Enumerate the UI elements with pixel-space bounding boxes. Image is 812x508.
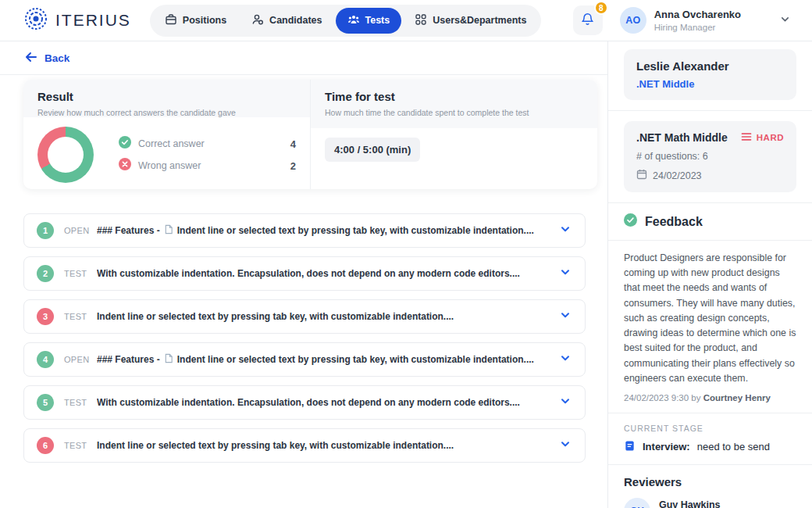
document-icon: [164, 224, 173, 237]
divider: [608, 110, 812, 111]
chevron-down-icon[interactable]: [560, 309, 571, 324]
divider: [608, 464, 812, 465]
nav-item-tests[interactable]: Tests: [336, 8, 402, 34]
back-row: Back: [0, 41, 607, 75]
logo-icon: [23, 6, 48, 34]
document-icon: [164, 353, 173, 366]
app-header: ITERIUS Positions Candidates: [0, 0, 812, 41]
feedback-header: Feedback: [624, 213, 796, 230]
question-row[interactable]: 2 TEST With customizable indentation. En…: [23, 256, 586, 291]
feedback-title: Feedback: [645, 215, 703, 229]
time-title: Time for test: [325, 90, 583, 103]
nav-item-users-departments[interactable]: Users&Departments: [403, 8, 538, 34]
question-row[interactable]: 3 TEST Indent line or selected text by p…: [23, 299, 586, 334]
question-text: With customizable indentation. Encapsula…: [97, 397, 520, 408]
candidate-position-link[interactable]: .NET Middle: [636, 78, 784, 90]
nav-item-candidates[interactable]: Candidates: [240, 8, 333, 34]
candidate-card: Leslie Alexander .NET Middle: [624, 49, 796, 100]
summary-card: Result Review how much correct answers t…: [23, 80, 597, 189]
chevron-down-icon[interactable]: [560, 438, 571, 453]
question-number-badge: 2: [37, 265, 54, 282]
brand-name: ITERIUS: [55, 11, 131, 30]
header-right: 8 AO Anna Ovcharenko Hiring Manager: [573, 5, 790, 35]
question-status: OPEN: [64, 355, 97, 364]
arrow-left-icon: [25, 52, 37, 65]
question-text: Indent line or selected text by pressing…: [97, 311, 454, 322]
question-row[interactable]: 1 OPEN ### Features - Indent line or sel…: [23, 213, 586, 248]
test-question-count: # of questions: 6: [636, 151, 784, 162]
stage-name: Interview:: [643, 441, 690, 453]
question-number-badge: 3: [37, 308, 54, 325]
question-prefix: ### Features -: [97, 354, 160, 365]
question-number-badge: 4: [37, 351, 54, 368]
check-circle-icon: [624, 213, 637, 230]
question-row[interactable]: 5 TEST With customizable indentation. En…: [23, 385, 586, 420]
user-name: Anna Ovcharenko: [654, 9, 741, 20]
calendar-icon: [636, 169, 647, 182]
briefcase-icon: [165, 13, 177, 28]
feedback-author: Courtney Henry: [703, 393, 771, 402]
current-stage-row: Interview: need to be send: [624, 440, 796, 454]
grid-icon: [415, 13, 427, 28]
question-number-badge: 6: [37, 437, 54, 454]
question-text-wrap: Indent line or selected text by pressing…: [97, 311, 549, 322]
chevron-down-icon[interactable]: [560, 395, 571, 410]
question-text: Indent line or selected text by pressing…: [177, 225, 534, 236]
candidates-icon: [251, 13, 264, 28]
stage-status: need to be send: [697, 441, 770, 453]
reviewers-title: Reviewers: [624, 475, 796, 488]
time-value-badge: 4:00 / 5:00 (min): [325, 138, 420, 162]
nav-item-label: Users&Departments: [433, 15, 526, 26]
difficulty-label: HARD: [757, 133, 784, 142]
donut-chart: [37, 127, 94, 183]
time-header: Time for test How much time the candidat…: [311, 80, 597, 128]
result-header: Result Review how much correct answers t…: [23, 80, 310, 117]
question-text: With customizable indentation. Encapsula…: [97, 268, 520, 279]
main-area: Back Result Review how much correct answ…: [0, 41, 812, 508]
nav-item-label: Tests: [365, 15, 390, 26]
question-text-wrap: With customizable indentation. Encapsula…: [97, 268, 549, 279]
current-stage-label: CURRENT STAGE: [624, 424, 796, 433]
question-text-wrap: ### Features - Indent line or selected t…: [97, 353, 549, 366]
brand: ITERIUS: [23, 6, 131, 34]
question-text: Indent line or selected text by pressing…: [97, 440, 454, 451]
time-section: Time for test How much time the candidat…: [311, 80, 597, 189]
chevron-down-icon: [780, 13, 790, 27]
divider: [608, 202, 812, 203]
test-card: .NET Math Middle HARD # of questions: 6: [624, 121, 796, 192]
difficulty-level-icon: [741, 132, 752, 143]
result-body: Correct answer 4 Wrong answer 2: [23, 117, 310, 189]
avatar: AO: [620, 7, 646, 34]
question-text-wrap: ### Features - Indent line or selected t…: [97, 224, 549, 237]
question-row[interactable]: 6 TEST Indent line or selected text by p…: [23, 428, 586, 463]
time-subtitle: How much time the candidate spent to com…: [325, 108, 583, 117]
reviewer-name: Guy Hawkins: [659, 499, 721, 508]
result-title: Result: [37, 90, 296, 103]
question-row[interactable]: 4 OPEN ### Features - Indent line or sel…: [23, 342, 586, 377]
result-subtitle: Review how much correct answers the cand…: [37, 108, 296, 117]
question-status: OPEN: [64, 226, 97, 235]
nav-item-positions[interactable]: Positions: [153, 8, 238, 34]
user-menu[interactable]: AO Anna Ovcharenko Hiring Manager: [620, 7, 790, 34]
legend-label: Correct answer: [138, 138, 283, 149]
chevron-down-icon[interactable]: [560, 267, 571, 281]
details-sidebar: Leslie Alexander .NET Middle .NET Math M…: [607, 41, 812, 508]
legend-row-correct: Correct answer 4: [119, 136, 296, 152]
question-status: TEST: [64, 312, 97, 321]
question-status: TEST: [64, 269, 97, 278]
difficulty-badge: HARD: [741, 132, 784, 143]
legend-value: 2: [290, 160, 296, 172]
nav-item-label: Candidates: [269, 15, 322, 26]
main-nav: Positions Candidates: [150, 5, 542, 37]
question-status: TEST: [64, 398, 97, 407]
chevron-down-icon[interactable]: [560, 352, 571, 367]
candidate-name: Leslie Alexander: [636, 59, 784, 73]
notification-badge: 8: [594, 1, 608, 15]
notifications-button[interactable]: 8: [573, 5, 603, 35]
test-date: 24/02/2023: [653, 170, 702, 181]
chevron-down-icon[interactable]: [560, 224, 571, 238]
back-button[interactable]: Back: [25, 52, 69, 65]
reviewer-avatar: GH: [624, 498, 650, 508]
legend-label: Wrong answer: [138, 160, 283, 171]
document-icon: [624, 440, 636, 454]
